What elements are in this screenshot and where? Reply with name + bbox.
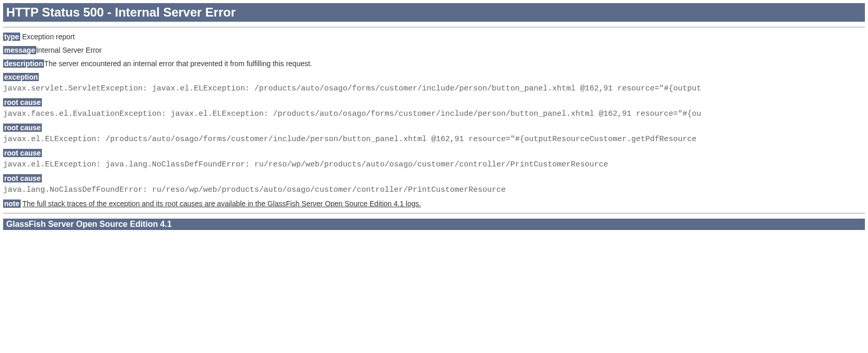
value-description: The server encountered an internal error…	[44, 59, 312, 68]
trace-root-cause-3: javax.el.ELException: java.lang.NoClassD…	[3, 160, 865, 169]
value-type: Exception report	[20, 33, 75, 41]
label-message: message	[3, 46, 36, 54]
label-root-cause-row-4: root cause	[3, 174, 865, 182]
server-footer: GlassFish Server Open Source Edition 4.1	[3, 219, 865, 230]
trace-root-cause-4: java.lang.NoClassDefFoundError: ru/reso/…	[3, 186, 865, 194]
field-type: type Exception report	[3, 33, 865, 41]
label-description: description	[3, 59, 44, 68]
label-root-cause-3: root cause	[3, 149, 42, 157]
field-note: note The full stack traces of the except…	[3, 199, 865, 208]
note-link[interactable]: The full stack traces of the exception a…	[22, 199, 421, 208]
label-type: type	[3, 33, 20, 41]
field-description: descriptionThe server encountered an int…	[3, 59, 865, 68]
label-root-cause-row-2: root cause	[3, 124, 865, 132]
divider-bottom	[3, 213, 865, 213]
label-note: note	[3, 199, 21, 208]
trace-root-cause-2: javax.el.ELException: /products/auto/osa…	[3, 135, 865, 144]
label-root-cause-4: root cause	[3, 174, 42, 182]
label-root-cause-row-1: root cause	[3, 98, 865, 106]
label-exception: exception	[3, 73, 39, 81]
trace-root-cause-1: javax.faces.el.EvaluationException: java…	[3, 110, 865, 118]
divider-top	[3, 27, 865, 27]
page-title: HTTP Status 500 - Internal Server Error	[3, 3, 865, 22]
value-message: Internal Server Error	[36, 46, 102, 54]
label-root-cause-2: root cause	[3, 124, 42, 132]
trace-exception: javax.servlet.ServletException: javax.el…	[3, 84, 865, 93]
label-root-cause-1: root cause	[3, 98, 42, 106]
label-root-cause-row-3: root cause	[3, 149, 865, 157]
label-exception-row: exception	[3, 73, 865, 81]
field-message: messageInternal Server Error	[3, 46, 865, 54]
